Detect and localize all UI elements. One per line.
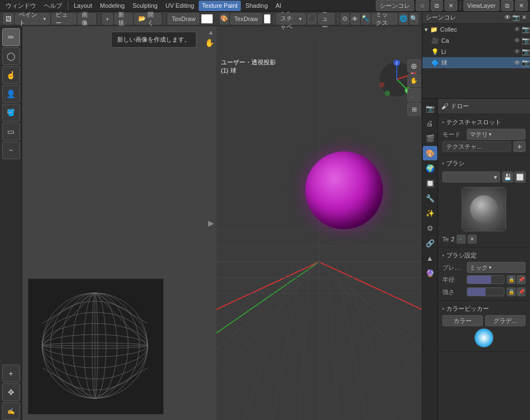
vp-grid-toggle[interactable]: ⊞ (407, 103, 421, 116)
tool-soften[interactable]: ◯ (2, 47, 20, 65)
vp-pan[interactable]: ✋ (407, 74, 421, 87)
vp-hdr-icon1[interactable]: ⊙ (341, 13, 349, 24)
mode-select[interactable]: マテリ (467, 129, 526, 140)
menu-modeling[interactable]: Modeling (97, 1, 128, 11)
color-picker-header[interactable]: カラーピッカー (438, 303, 530, 315)
vp-texchapa-icon[interactable]: ⬛ (307, 13, 316, 24)
sphere-render-icon[interactable]: 📷 (522, 59, 530, 67)
vp-hdr-mix[interactable]: ミックス (372, 13, 397, 24)
outliner-item-sphere[interactable]: 🔷 球 👁 📷 (422, 57, 530, 68)
sphere-eye-icon[interactable]: 👁 (514, 59, 521, 67)
tool-annotate[interactable]: ✍ (2, 402, 20, 420)
menu-help[interactable]: ヘルプ (41, 1, 65, 11)
outliner-render-icon[interactable]: 📷 (512, 14, 520, 21)
vp-hdr-icon5[interactable]: 🔍 (410, 13, 418, 24)
vp-mode-icon[interactable]: 🎨 (220, 13, 229, 24)
uv-texdraw-name[interactable]: TexDraw (168, 13, 199, 24)
color-btn[interactable]: カラー (442, 315, 483, 326)
uv-new-btn[interactable]: 新規 (114, 13, 133, 24)
tool-draw[interactable]: ✏ (2, 28, 20, 46)
prop-icon-render[interactable]: 📷 (423, 101, 437, 115)
brush-preview-circle[interactable] (462, 187, 506, 231)
prop-icon-world[interactable]: 🌍 (423, 161, 437, 175)
prop-icon-view[interactable]: 🎬 (423, 131, 437, 145)
vp-camera[interactable]: 🎥 (407, 88, 421, 102)
vp-texchapa-dropdown[interactable]: テクスチャペ (276, 13, 305, 24)
prop-icon-object[interactable]: 🔲 (423, 176, 437, 190)
tex-add-button[interactable]: + (513, 141, 526, 152)
uv-open-btn[interactable]: 📂 開く (134, 13, 161, 24)
tool-mask[interactable]: ▭ (2, 123, 20, 140)
vp-texdraw[interactable]: TexDraw (230, 13, 262, 24)
close-icon[interactable]: ✕ (445, 0, 457, 11)
strength-pressure-icon[interactable]: 📌 (517, 287, 526, 296)
cam-eye-icon[interactable]: 👁 (514, 37, 521, 44)
viewport-scene[interactable]: ユーザー・透視投影 (1) 球 X Y Z (216, 41, 422, 420)
col-render-icon[interactable]: 📷 (522, 26, 530, 33)
strength-lock-icon[interactable]: 🔒 (507, 287, 516, 296)
outliner-vis-icon[interactable]: 👁 (504, 14, 511, 21)
prop-icon-data[interactable]: ▲ (423, 251, 437, 265)
menu-texture-paint[interactable]: Texture Paint (199, 1, 241, 11)
scene-selector[interactable]: シーンコレ (376, 0, 414, 11)
paint-mode-dropdown[interactable]: ペイント (15, 13, 50, 24)
tool-smear[interactable]: ☝ (2, 66, 20, 84)
tex-slot-button[interactable]: テクスチャ… (442, 141, 511, 152)
cam-render-icon[interactable]: 📷 (522, 37, 530, 44)
brush-x-icon[interactable]: ✕ (468, 235, 477, 244)
uv-mode-icon[interactable]: 🖼 (3, 13, 13, 24)
uv-scroll-right[interactable]: ▶ (208, 219, 214, 227)
radius-pressure-icon[interactable]: 📌 (517, 275, 526, 284)
tool-add[interactable]: + (2, 365, 20, 382)
prop-icon-output[interactable]: 🖨 (423, 116, 437, 130)
prop-icon-constraints[interactable]: 🔗 (423, 236, 437, 250)
radius-bar[interactable] (467, 275, 504, 284)
menu-ai[interactable]: AI (272, 1, 285, 11)
vp-hdr-icon3[interactable]: 🔦 (361, 13, 370, 24)
outliner-item-light[interactable]: 💡 Li 👁 📷 (422, 46, 530, 57)
prop-icon-material[interactable]: 🔮 (423, 266, 437, 280)
menu-uv-editing[interactable]: UV Editing (162, 1, 198, 11)
tool-move[interactable]: ✥ (2, 383, 20, 401)
brush-settings-header[interactable]: ブラシ設定 (438, 250, 530, 261)
vl-close[interactable]: ✕ (515, 0, 528, 11)
prop-icon-modifier[interactable]: 🔧 (423, 191, 437, 205)
menu-window[interactable]: ウィンドウ (2, 1, 39, 11)
tex-slot-header[interactable]: テクスチャスロット (438, 117, 530, 128)
vp-view-btn[interactable]: ビュー (318, 13, 335, 24)
blend-select[interactable]: ミック (467, 262, 526, 273)
menu-shading[interactable]: Shading (242, 1, 271, 11)
uv-image-btn[interactable]: 画像 (78, 13, 97, 24)
tool-clone[interactable]: 👤 (2, 85, 20, 103)
menu-layout[interactable]: Layout (70, 1, 95, 11)
tool-smudge[interactable]: ~ (2, 141, 20, 159)
copy-icon[interactable]: ⧉ (431, 0, 443, 11)
brush-check-icon[interactable]: ✓ (457, 235, 466, 244)
uv-view-btn[interactable]: ビュー (52, 13, 76, 24)
prop-icon-paint[interactable]: 🎨 (423, 146, 437, 160)
vp-hdr-icon4[interactable]: 🌐 (399, 13, 408, 24)
light-render-icon[interactable]: 📷 (522, 48, 530, 55)
outliner-item-collection[interactable]: ▾ 📁 Collec 👁 📷 (422, 24, 530, 35)
menu-sculpting[interactable]: Sculpting (129, 1, 161, 11)
brush-header[interactable]: ブラシ (438, 158, 530, 169)
strength-bar[interactable] (467, 287, 504, 296)
gradient-btn[interactable]: グラデ… (485, 315, 526, 326)
vp-color-swatch[interactable] (264, 14, 271, 24)
light-eye-icon[interactable]: 👁 (514, 48, 521, 55)
outliner-item-camera[interactable]: 🎥 Ca 👁 📷 (422, 35, 530, 46)
col-eye-icon[interactable]: 👁 (514, 26, 521, 33)
uv-expand-up[interactable]: ▲ (208, 28, 214, 36)
vl-copy[interactable]: ⧉ (501, 0, 513, 11)
uv-hand-tool[interactable]: ✋ (205, 38, 214, 47)
vp-zoom-in[interactable]: ⊕ (407, 59, 421, 73)
prop-icon-particles[interactable]: ✨ (423, 206, 437, 220)
radius-lock-icon[interactable]: 🔒 (507, 275, 516, 284)
uv-new-icon[interactable]: + (102, 13, 112, 24)
view-layer-selector[interactable]: ViewLayer (463, 0, 499, 11)
brush-save-icon[interactable]: 💾 (502, 171, 513, 183)
sphere-object[interactable] (305, 151, 383, 229)
tool-fill[interactable]: 🪣 (2, 104, 20, 122)
uv-color-swatch[interactable] (201, 14, 213, 24)
outliner-close-icon[interactable]: ✕ (522, 14, 527, 21)
